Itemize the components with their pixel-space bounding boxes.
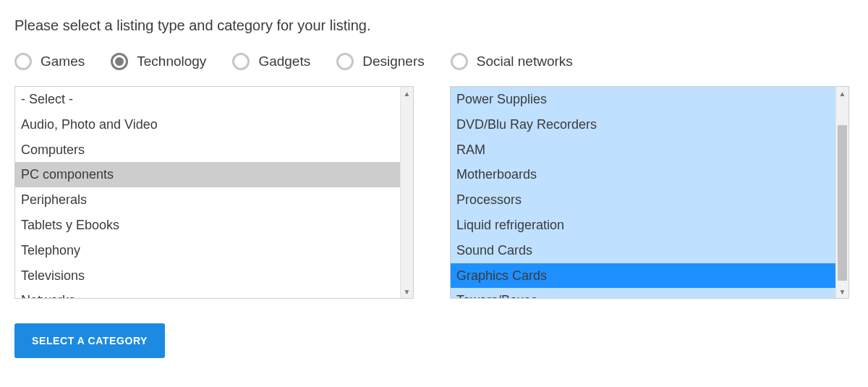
subcategory-listbox[interactable]: Power SuppliesDVD/Blu Ray RecordersRAMMo… xyxy=(450,86,849,299)
list-item[interactable]: RAM xyxy=(451,137,835,163)
radio-gadgets[interactable]: Gadgets xyxy=(232,53,310,70)
radio-icon[interactable] xyxy=(14,53,32,70)
list-item[interactable]: Liquid refrigeration xyxy=(451,213,835,238)
scroll-up-icon[interactable]: ▲ xyxy=(401,87,413,100)
radio-icon[interactable] xyxy=(336,53,354,70)
list-item[interactable]: Audio, Photo and Video xyxy=(15,112,400,137)
list-item[interactable]: Peripherals xyxy=(15,187,400,213)
radio-label: Technology xyxy=(137,54,206,69)
list-item[interactable]: Tablets y Ebooks xyxy=(15,213,400,238)
radio-designers[interactable]: Designers xyxy=(336,53,425,70)
list-item[interactable]: Processors xyxy=(451,187,835,213)
scroll-track[interactable] xyxy=(836,100,848,285)
radio-label: Games xyxy=(41,54,85,69)
select-category-button[interactable]: SELECT A CATEGORY xyxy=(14,323,165,358)
list-item[interactable]: Towers/Boxes xyxy=(451,288,835,298)
list-item[interactable]: PC components xyxy=(15,162,400,187)
list-item[interactable]: - Select - xyxy=(15,87,400,112)
scrollbar[interactable]: ▲ ▼ xyxy=(400,87,413,298)
scroll-track[interactable] xyxy=(401,100,413,285)
list-item[interactable]: Computers xyxy=(15,137,400,163)
list-item[interactable]: Power Supplies xyxy=(451,87,835,112)
radio-social-networks[interactable]: Social networks xyxy=(451,53,573,70)
radio-label: Social networks xyxy=(477,54,573,69)
radio-icon[interactable] xyxy=(451,53,468,70)
list-item[interactable]: Sound Cards xyxy=(451,238,835,263)
scroll-thumb[interactable] xyxy=(838,125,847,281)
list-item[interactable]: Graphics Cards xyxy=(451,263,835,289)
list-item[interactable]: Telephony xyxy=(15,238,400,263)
list-item[interactable]: Televisions xyxy=(15,263,400,289)
list-item[interactable]: Networks xyxy=(15,288,400,298)
scroll-down-icon[interactable]: ▼ xyxy=(401,285,413,298)
category-listbox[interactable]: - Select - Audio, Photo and VideoCompute… xyxy=(14,86,414,299)
list-item[interactable]: DVD/Blu Ray Recorders xyxy=(451,112,835,137)
scroll-down-icon[interactable]: ▼ xyxy=(836,285,848,298)
radio-label: Gadgets xyxy=(258,54,310,69)
listing-type-radio-group: GamesTechnologyGadgetsDesignersSocial ne… xyxy=(14,53,854,70)
list-item[interactable]: Motherboards xyxy=(451,162,835,187)
radio-technology[interactable]: Technology xyxy=(111,53,206,70)
radio-icon[interactable] xyxy=(111,53,128,70)
scroll-up-icon[interactable]: ▲ xyxy=(836,87,848,100)
scrollbar[interactable]: ▲ ▼ xyxy=(835,87,848,298)
radio-label: Designers xyxy=(362,54,425,69)
page-heading: Please select a listing type and categor… xyxy=(14,17,854,34)
radio-games[interactable]: Games xyxy=(14,53,85,70)
radio-icon[interactable] xyxy=(232,53,250,70)
